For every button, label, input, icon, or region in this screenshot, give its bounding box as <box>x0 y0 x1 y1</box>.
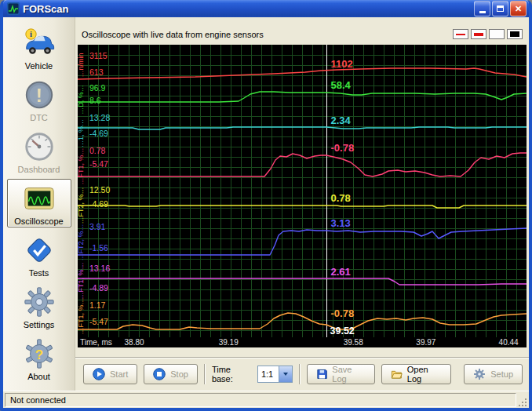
svg-text:…D, %…: …D, %… <box>78 85 85 115</box>
titlebar[interactable]: FORScan ✕ <box>3 0 529 17</box>
svg-text:…1, %…: …1, %… <box>78 119 85 147</box>
svg-text:96.9: 96.9 <box>89 83 106 93</box>
sidebar-item-label: Dashboard <box>18 165 60 174</box>
chevron-down-icon <box>283 373 288 376</box>
main-panel: Oscilloscope with live data from engine … <box>75 17 529 391</box>
window-controls: ✕ <box>474 1 527 16</box>
svg-text:-4.69: -4.69 <box>89 199 108 209</box>
svg-text:39.58: 39.58 <box>344 338 363 347</box>
svg-text:38.80: 38.80 <box>125 338 144 347</box>
svg-text:…FT2, %…: …FT2, %… <box>78 187 85 224</box>
sidebar-item-label: About <box>27 372 50 381</box>
sidebar-item-oscilloscope[interactable]: Oscilloscope <box>7 179 71 227</box>
svg-text:-5.47: -5.47 <box>89 317 108 326</box>
svg-text:…n/min: …n/min <box>78 53 85 77</box>
svg-text:13.28: 13.28 <box>89 113 110 122</box>
svg-text:39.19: 39.19 <box>219 338 239 347</box>
trace-style-buttons <box>453 29 523 39</box>
resize-grip[interactable] <box>516 393 527 407</box>
svg-text:-4.69: -4.69 <box>89 129 108 138</box>
sidebar-item-vehicle[interactable]: i Vehicle <box>7 24 71 72</box>
svg-text:12.50: 12.50 <box>89 185 110 195</box>
svg-text:-0.78: -0.78 <box>331 307 355 319</box>
sidebar-item-label: Settings <box>24 320 55 329</box>
app-icon <box>7 2 20 15</box>
setup-button-label: Setup <box>490 369 513 379</box>
thick-red-line-icon <box>474 33 483 36</box>
open-log-button-label: Open Log <box>407 365 442 384</box>
sidebar-item-settings[interactable]: Settings <box>7 282 71 331</box>
save-disk-icon <box>316 368 328 380</box>
save-log-button[interactable]: Save Log <box>307 364 375 384</box>
tests-check-icon <box>22 233 56 267</box>
svg-text:3.91: 3.91 <box>89 222 106 231</box>
statusbar: Not connected <box>3 391 529 408</box>
svg-text:58.4: 58.4 <box>331 79 352 91</box>
open-log-button[interactable]: Open Log <box>381 364 451 384</box>
sidebar-item-dashboard[interactable]: Dashboard <box>7 127 71 176</box>
svg-text:…FT2, %…: …FT2, %… <box>78 224 85 260</box>
page-subtitle: Oscilloscope with live data from engine … <box>82 30 264 39</box>
scope-toolbar: Start Stop Time base: 1:1 Save Log <box>75 357 529 384</box>
save-log-button-label: Save Log <box>332 365 366 384</box>
svg-text:…FT1, %…: …FT1, %… <box>78 297 85 334</box>
stop-button[interactable]: Stop <box>144 364 198 384</box>
minimize-icon <box>479 11 486 13</box>
svg-text:0.78: 0.78 <box>331 192 351 204</box>
grip-dots-icon <box>518 398 527 407</box>
sidebar-item-label: DTC <box>30 113 48 122</box>
svg-text:2.34: 2.34 <box>331 115 352 126</box>
stop-button-label: Stop <box>170 369 188 379</box>
vehicle-icon: i <box>22 26 56 60</box>
stop-icon <box>153 368 166 380</box>
minimize-button[interactable] <box>474 1 490 16</box>
sidebar-item-dtc[interactable]: ! DTC <box>7 75 71 124</box>
sidebar-item-label: Vehicle <box>25 61 53 71</box>
svg-text:39.97: 39.97 <box>416 338 435 347</box>
svg-text:3.13: 3.13 <box>331 217 351 229</box>
svg-text:39.52: 39.52 <box>330 326 355 336</box>
oscilloscope-canvas[interactable]: 31156131102…n/min96.98.658.4…D, %…13.28-… <box>78 45 527 347</box>
start-button-label: Start <box>110 369 128 379</box>
svg-text:i: i <box>30 30 32 38</box>
thin-red-line-button[interactable] <box>453 29 468 39</box>
svg-text:2.61: 2.61 <box>331 266 351 278</box>
thick-red-line-button[interactable] <box>471 29 486 39</box>
svg-text:40.44: 40.44 <box>499 338 519 347</box>
dtc-icon: ! <box>22 78 56 112</box>
svg-text:3115: 3115 <box>89 51 107 60</box>
black-square-icon <box>510 31 519 37</box>
svg-text:613: 613 <box>89 67 104 77</box>
svg-text:-4.89: -4.89 <box>89 283 108 293</box>
toolbar-separator <box>204 364 206 384</box>
sidebar-item-tests[interactable]: Tests <box>7 231 71 279</box>
setup-button[interactable]: Setup <box>464 364 523 384</box>
window-title: FORScan <box>23 3 471 15</box>
black-swatch-button[interactable] <box>507 29 523 39</box>
svg-text:?: ? <box>35 346 43 362</box>
sidebar-item-about[interactable]: ? About <box>7 334 71 383</box>
blank-swatch-button[interactable] <box>489 29 505 39</box>
forscan-window: FORScan ✕ i Vehicle <box>0 0 532 411</box>
setup-gear-icon <box>473 368 486 380</box>
time-base-select[interactable]: 1:1 <box>257 366 293 383</box>
time-base-value: 1:1 <box>258 366 279 382</box>
about-question-icon: ? <box>22 336 56 371</box>
toolbar-separator <box>299 364 301 384</box>
combo-dropdown-button[interactable] <box>279 366 292 382</box>
svg-text:0.78: 0.78 <box>89 146 106 155</box>
maximize-button[interactable] <box>492 1 508 16</box>
svg-text:…FT1, %…: …FT1, %… <box>78 262 85 299</box>
time-base-label: Time base: <box>212 365 251 384</box>
status-text: Not connected <box>5 393 516 407</box>
oscilloscope-icon <box>22 181 56 216</box>
settings-gear-icon <box>22 285 56 319</box>
svg-text:…FT1, %…: …FT1, %… <box>78 147 85 184</box>
dashboard-gauge-icon <box>22 129 56 164</box>
open-folder-icon <box>391 368 403 380</box>
thin-red-line-icon <box>456 34 465 35</box>
close-button[interactable]: ✕ <box>510 1 527 16</box>
start-button[interactable]: Start <box>83 364 137 384</box>
sidebar-item-label: Oscilloscope <box>14 216 63 226</box>
svg-text:!: ! <box>35 84 42 105</box>
